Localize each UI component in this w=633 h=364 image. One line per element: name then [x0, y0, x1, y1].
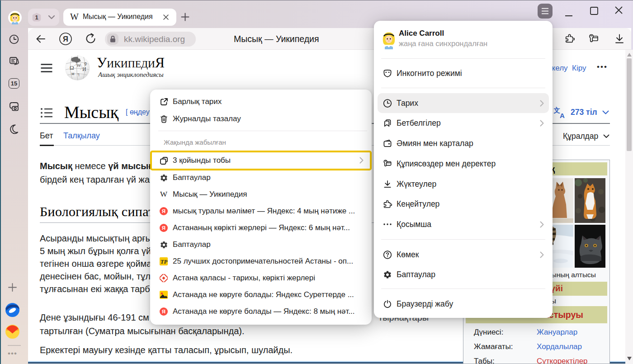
svg-text:文: 文	[554, 106, 560, 114]
svg-text:W: W	[76, 62, 81, 68]
svg-text:ד: ד	[77, 72, 80, 77]
svg-text:Я: Я	[162, 208, 165, 214]
svg-text:И: И	[82, 66, 86, 72]
svg-text:м: м	[71, 71, 75, 76]
svg-text:Я: Я	[162, 309, 165, 314]
svg-text:TP: TP	[161, 259, 168, 265]
svg-text:ց: ց	[84, 61, 87, 66]
svg-text:Я: Я	[162, 225, 165, 231]
svg-text:Ω: Ω	[70, 64, 74, 71]
svg-text:1: 1	[35, 14, 38, 21]
svg-text:А: А	[560, 112, 565, 118]
svg-text:Я: Я	[63, 35, 68, 43]
